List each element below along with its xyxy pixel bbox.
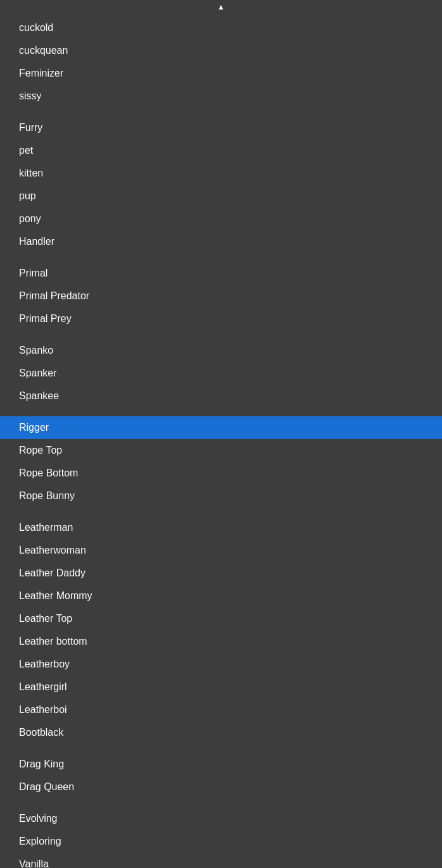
list-item-primal-predator[interactable]: Primal Predator bbox=[0, 285, 442, 307]
list-item-drag-queen[interactable]: Drag Queen bbox=[0, 776, 442, 798]
list-item-rope-bottom[interactable]: Rope Bottom bbox=[0, 462, 442, 485]
list-item-leatherboy[interactable]: Leatherboy bbox=[0, 653, 442, 676]
list-item-rope-top[interactable]: Rope Top bbox=[0, 439, 442, 462]
list-item-furry[interactable]: Furry bbox=[0, 116, 442, 139]
list-item-spanker[interactable]: Spanker bbox=[0, 362, 442, 385]
list-item-pony[interactable]: pony bbox=[0, 208, 442, 230]
list-item-rigger[interactable]: Rigger bbox=[0, 416, 442, 439]
role-list: cuckoldcuckqueanFeminizersissyFurrypetki… bbox=[0, 16, 442, 868]
list-item-leatherman[interactable]: Leatherman bbox=[0, 516, 442, 539]
list-item-exploring[interactable]: Exploring bbox=[0, 830, 442, 853]
list-item-cuckquean[interactable]: cuckquean bbox=[0, 39, 442, 62]
group-spacer bbox=[0, 108, 442, 116]
group-spacer bbox=[0, 507, 442, 516]
list-item-leather-top[interactable]: Leather Top bbox=[0, 607, 442, 630]
list-item-leatherboi[interactable]: Leatherboi bbox=[0, 698, 442, 721]
group-spacer bbox=[0, 744, 442, 753]
list-item-primal-prey[interactable]: Primal Prey bbox=[0, 307, 442, 330]
list-item-spanko[interactable]: Spanko bbox=[0, 339, 442, 362]
group-spacer bbox=[0, 407, 442, 416]
list-item-pet[interactable]: pet bbox=[0, 139, 442, 162]
list-item-sissy[interactable]: sissy bbox=[0, 85, 442, 108]
list-item-feminizer[interactable]: Feminizer bbox=[0, 62, 442, 85]
list-item-cuckold[interactable]: cuckold bbox=[0, 16, 442, 39]
scroll-up-indicator[interactable]: ▲ bbox=[0, 0, 442, 16]
list-item-primal[interactable]: Primal bbox=[0, 262, 442, 285]
scroll-up-arrow: ▲ bbox=[217, 3, 225, 11]
list-item-drag-king[interactable]: Drag King bbox=[0, 753, 442, 776]
list-item-rope-bunny[interactable]: Rope Bunny bbox=[0, 485, 442, 507]
list-item-leather-bottom[interactable]: Leather bottom bbox=[0, 630, 442, 653]
group-spacer bbox=[0, 253, 442, 262]
list-item-pup[interactable]: pup bbox=[0, 185, 442, 208]
list-item-handler[interactable]: Handler bbox=[0, 230, 442, 253]
list-item-spankee[interactable]: Spankee bbox=[0, 385, 442, 407]
list-item-leathergirl[interactable]: Leathergirl bbox=[0, 676, 442, 698]
group-spacer bbox=[0, 798, 442, 807]
list-item-kitten[interactable]: kitten bbox=[0, 162, 442, 185]
list-item-vanilla[interactable]: Vanilla bbox=[0, 853, 442, 868]
list-item-evolving[interactable]: Evolving bbox=[0, 807, 442, 830]
list-item-bootblack[interactable]: Bootblack bbox=[0, 721, 442, 744]
list-item-leatherwoman[interactable]: Leatherwoman bbox=[0, 539, 442, 562]
list-item-leather-mommy[interactable]: Leather Mommy bbox=[0, 585, 442, 607]
list-item-leather-daddy[interactable]: Leather Daddy bbox=[0, 562, 442, 585]
group-spacer bbox=[0, 330, 442, 339]
